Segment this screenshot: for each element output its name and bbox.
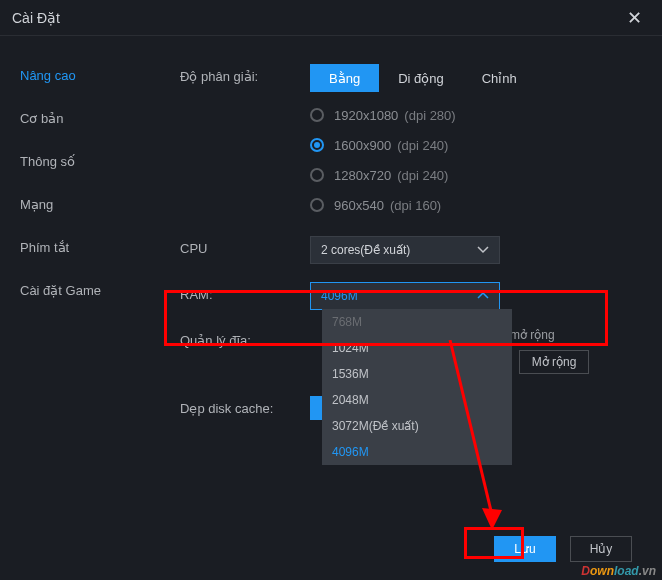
res-option-2[interactable]: 1280x720(dpi 240) xyxy=(310,162,644,188)
ram-option[interactable]: 2048M xyxy=(322,387,512,413)
sidebar-item-shortcuts[interactable]: Phím tắt xyxy=(0,226,148,269)
ram-value: 4096M xyxy=(321,289,358,303)
disk-label: Quản lý đĩa: xyxy=(180,328,310,348)
res-option-1[interactable]: 1600x900(dpi 240) xyxy=(310,132,644,158)
ram-option[interactable]: 1536M xyxy=(322,361,512,387)
cpu-dropdown[interactable]: 2 cores(Đề xuất) xyxy=(310,236,500,264)
ram-dropdown[interactable]: 4096M xyxy=(310,282,500,310)
tab-mobile[interactable]: Di động xyxy=(379,64,463,92)
cpu-value: 2 cores(Đề xuất) xyxy=(321,243,410,257)
expand-button[interactable]: Mở rộng xyxy=(519,350,590,374)
disk-expand-text: mở rộng xyxy=(510,328,555,342)
res-option-0[interactable]: 1920x1080(dpi 280) xyxy=(310,102,644,128)
ram-option[interactable]: 1024M xyxy=(322,335,512,361)
ram-option[interactable]: 3072M(Đề xuất) xyxy=(322,413,512,439)
sidebar: Nâng cao Cơ bản Thông số Mạng Phím tắt C… xyxy=(0,36,148,580)
cpu-row: CPU 2 cores(Đề xuất) xyxy=(180,236,644,264)
ram-dropdown-menu: 768M 1024M 1536M 2048M 3072M(Đề xuất) 40… xyxy=(322,309,512,465)
cpu-label: CPU xyxy=(180,236,310,256)
sidebar-item-network[interactable]: Mạng xyxy=(0,183,148,226)
chevron-up-icon xyxy=(477,292,489,300)
radio-icon xyxy=(310,168,324,182)
window-title: Cài Đặt xyxy=(12,10,60,26)
ram-option[interactable]: 768M xyxy=(322,309,512,335)
res-option-3[interactable]: 960x540(dpi 160) xyxy=(310,192,644,218)
radio-icon xyxy=(310,108,324,122)
resolution-row: Độ phân giải: Bằng Di động Chỉnh 1920x10… xyxy=(180,64,644,218)
save-button[interactable]: Lưu xyxy=(494,536,556,562)
ram-option[interactable]: 4096M xyxy=(322,439,512,465)
content: Độ phân giải: Bằng Di động Chỉnh 1920x10… xyxy=(148,36,662,580)
watermark: Download.vn xyxy=(581,564,656,578)
sidebar-item-game[interactable]: Cài đặt Game xyxy=(0,269,148,312)
resolution-tabs: Bằng Di động Chỉnh xyxy=(310,64,644,92)
resolution-label: Độ phân giải: xyxy=(180,64,310,84)
ram-row: RAM: 4096M xyxy=(180,282,644,310)
close-icon[interactable]: ✕ xyxy=(619,3,650,33)
main-layout: Nâng cao Cơ bản Thông số Mạng Phím tắt C… xyxy=(0,36,662,580)
radio-icon xyxy=(310,198,324,212)
titlebar: Cài Đặt ✕ xyxy=(0,0,662,36)
sidebar-item-params[interactable]: Thông số xyxy=(0,140,148,183)
tab-equal[interactable]: Bằng xyxy=(310,64,379,92)
tab-custom[interactable]: Chỉnh xyxy=(463,64,536,92)
chevron-down-icon xyxy=(477,246,489,254)
footer: Lưu Hủy xyxy=(494,536,632,562)
cancel-button[interactable]: Hủy xyxy=(570,536,632,562)
ram-label: RAM: xyxy=(180,282,310,302)
sidebar-item-basic[interactable]: Cơ bản xyxy=(0,97,148,140)
radio-icon xyxy=(310,138,324,152)
sidebar-item-advanced[interactable]: Nâng cao xyxy=(0,54,148,97)
cache-label: Dẹp disk cache: xyxy=(180,396,310,416)
